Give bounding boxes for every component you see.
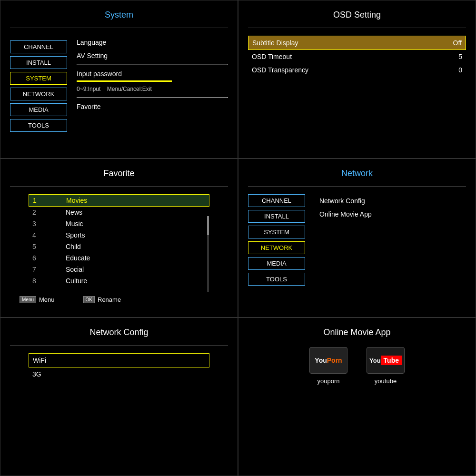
network-menu: Network Config Online Movie App (319, 194, 466, 286)
password-section: Input password 0~9:Input Menu/Cancel:Exi… (77, 70, 228, 92)
osd-subtitle-value: Off (453, 39, 462, 47)
favorite-table: 1 Movies 2 News 3 Music 4 Sports 5 Child… (29, 194, 209, 287)
panel-online-movie: Online Movie App YouPorn youporn YouTube… (238, 317, 476, 476)
fav-num-5: 5 (32, 243, 47, 250)
hint-input: 0~9:Input (77, 86, 100, 92)
youtube-label: youtube (375, 377, 397, 385)
password-bar (77, 80, 172, 82)
footer-menu-item: Menu Menu (20, 296, 55, 303)
fav-name-2: News (66, 208, 82, 216)
system-title: System (10, 10, 228, 20)
fav-num-3: 3 (32, 220, 47, 228)
apps-container: YouPorn youporn YouTube youtube (248, 347, 466, 385)
nav-system[interactable]: SYSTEM (10, 72, 67, 85)
net-nav-system[interactable]: SYSTEM (248, 226, 305, 238)
fav-name-8: Culture (66, 277, 87, 285)
net-nav-channel[interactable]: CHANNEL (248, 194, 305, 207)
password-hint: 0~9:Input Menu/Cancel:Exit (77, 86, 228, 92)
net-nav-tools[interactable]: TOOLS (248, 273, 305, 286)
osd-row-transparency[interactable]: OSD Transparency 0 (248, 63, 466, 77)
menu-key: Menu (20, 296, 36, 303)
footer-rename-item: OK Rename (83, 296, 121, 303)
fav-name-4: Sports (66, 231, 85, 239)
fav-num-7: 7 (32, 266, 47, 273)
config-table: WiFi 3G (29, 353, 209, 381)
youporn-text: YouPorn (315, 357, 342, 364)
hint-cancel: Menu/Cancel:Exit (107, 86, 152, 92)
nav-tools[interactable]: TOOLS (10, 119, 67, 132)
network-content: CHANNEL INSTALL SYSTEM NETWORK MEDIA TOO… (248, 194, 466, 286)
nav-channel[interactable]: CHANNEL (10, 40, 67, 53)
network-sidebar: CHANNEL INSTALL SYSTEM NETWORK MEDIA TOO… (248, 194, 310, 286)
fav-name-7: Social (66, 266, 84, 273)
fav-num-4: 4 (32, 231, 47, 239)
config-3g-label: 3G (32, 370, 41, 378)
fav-num-1: 1 (33, 197, 47, 204)
nav-network[interactable]: NETWORK (10, 88, 67, 100)
osd-table: Subtitle Display Off OSD Timeout 5 OSD T… (248, 36, 466, 77)
osd-timeout-value: 5 (458, 53, 462, 60)
ok-key: OK (83, 296, 95, 303)
menu-favorite[interactable]: Favorite (77, 100, 228, 113)
fav-num-6: 6 (32, 254, 47, 262)
youporn-icon[interactable]: YouPorn (309, 347, 347, 374)
panel-network-config: Network Config WiFi 3G (0, 317, 238, 476)
fav-name-5: Child (66, 243, 81, 250)
osd-row-subtitle[interactable]: Subtitle Display Off (248, 36, 466, 50)
osd-subtitle-label: Subtitle Display (252, 39, 298, 47)
fav-footer: Menu Menu OK Rename (10, 296, 228, 303)
net-nav-network[interactable]: NETWORK (248, 241, 305, 254)
youtube-text: YouTube (369, 357, 402, 364)
config-wifi-label: WiFi (33, 357, 46, 364)
osd-transparency-label: OSD Transparency (252, 66, 308, 74)
fav-row-4[interactable]: 4 Sports (29, 229, 209, 241)
panel-network: Network CHANNEL INSTALL SYSTEM NETWORK M… (238, 159, 476, 317)
panel-favorite: Favorite 1 Movies 2 News 3 Music 4 Sport… (0, 159, 238, 317)
menu-online-movie[interactable]: Online Movie App (319, 208, 466, 221)
menu-language[interactable]: Language (77, 36, 228, 49)
favorite-title: Favorite (10, 169, 228, 178)
online-movie-title: Online Movie App (248, 327, 466, 337)
app-item-youporn: YouPorn youporn (309, 347, 347, 385)
menu-av-setting[interactable]: AV Setting (77, 49, 228, 62)
youporn-you: You (315, 357, 327, 364)
fav-scrollbar-thumb (207, 216, 209, 235)
panel-osd: OSD Setting Subtitle Display Off OSD Tim… (238, 0, 476, 159)
panel-system: System CHANNEL INSTALL SYSTEM NETWORK ME… (0, 0, 238, 159)
osd-title: OSD Setting (248, 10, 466, 20)
network-config-title: Network Config (10, 327, 228, 337)
footer-menu-label: Menu (39, 296, 55, 303)
fav-row-3[interactable]: 3 Music (29, 218, 209, 229)
youtube-you: You (369, 357, 381, 364)
fav-row-5[interactable]: 5 Child (29, 241, 209, 252)
app-item-youtube: YouTube youtube (367, 347, 405, 385)
osd-transparency-value: 0 (458, 66, 462, 74)
youtube-icon[interactable]: YouTube (367, 347, 405, 374)
footer-rename-label: Rename (98, 296, 121, 303)
youtube-tube: Tube (381, 356, 402, 365)
youporn-label: youporn (317, 377, 340, 385)
network-title: Network (248, 169, 466, 178)
osd-row-timeout[interactable]: OSD Timeout 5 (248, 50, 466, 63)
fav-num-2: 2 (32, 208, 47, 216)
net-nav-install[interactable]: INSTALL (248, 210, 305, 223)
fav-row-7[interactable]: 7 Social (29, 264, 209, 275)
fav-row-6[interactable]: 6 Educate (29, 252, 209, 264)
fav-scrollbar[interactable] (207, 216, 209, 292)
password-label: Input password (77, 70, 228, 78)
fav-name-1: Movies (66, 197, 87, 204)
fav-name-6: Educate (66, 254, 90, 262)
fav-row-1[interactable]: 1 Movies (29, 194, 209, 207)
fav-row-8[interactable]: 8 Culture (29, 275, 209, 287)
fav-name-3: Music (66, 220, 83, 228)
nav-media[interactable]: MEDIA (10, 103, 67, 116)
config-row-wifi[interactable]: WiFi (29, 353, 209, 367)
net-nav-media[interactable]: MEDIA (248, 257, 305, 270)
fav-row-2[interactable]: 2 News (29, 207, 209, 218)
fav-num-8: 8 (32, 277, 47, 285)
nav-install[interactable]: INSTALL (10, 56, 67, 69)
system-menu-content: Language AV Setting Input password 0~9:I… (77, 36, 228, 113)
menu-network-config[interactable]: Network Config (319, 194, 466, 208)
config-row-3g[interactable]: 3G (29, 367, 209, 381)
youporn-porn: Porn (327, 357, 342, 364)
